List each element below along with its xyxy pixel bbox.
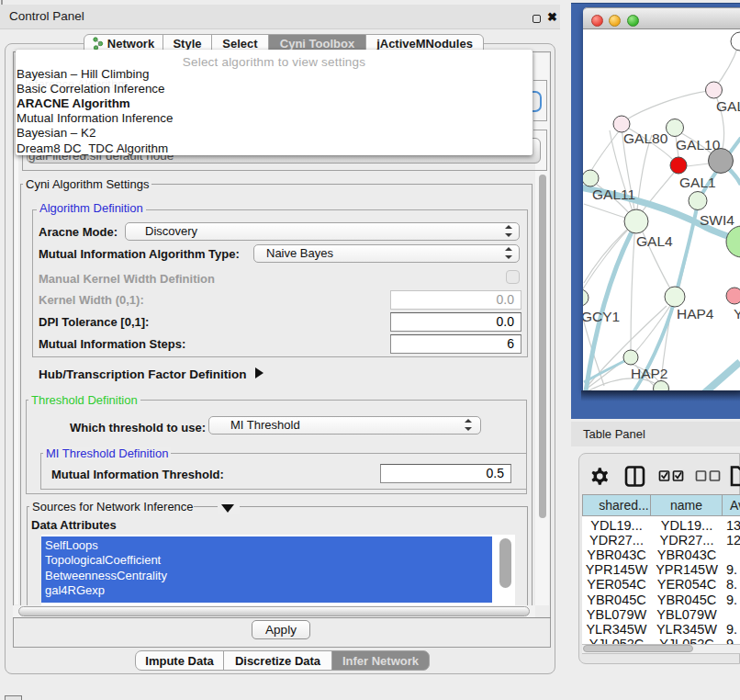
svg-text:GAL10: GAL10 [676, 137, 721, 152]
svg-text:GAL1: GAL1 [679, 175, 716, 190]
svg-text:GAL4: GAL4 [636, 233, 673, 249]
svg-text:HAP2: HAP2 [631, 366, 668, 381]
svg-text:YEL: YEL [734, 306, 740, 322]
svg-text:GAL11: GAL11 [592, 186, 635, 202]
svg-text:GAL7: GAL7 [716, 98, 740, 114]
svg-text:SWI4: SWI4 [700, 212, 734, 228]
svg-text:HAP4: HAP4 [677, 306, 714, 322]
svg-text:GAL80: GAL80 [623, 130, 668, 146]
svg-text:GCY1: GCY1 [583, 309, 620, 324]
